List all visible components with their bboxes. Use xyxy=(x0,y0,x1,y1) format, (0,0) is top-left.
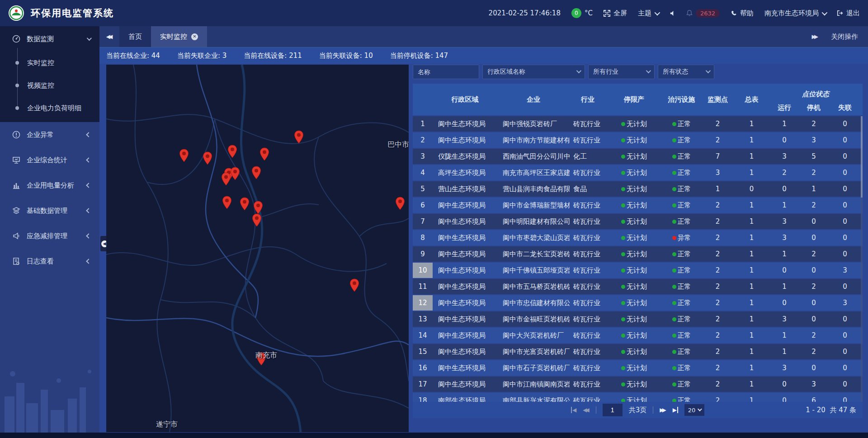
cell-down: 6 xyxy=(800,393,827,403)
cell-down: 2 xyxy=(800,198,827,213)
table-row[interactable]: 9阆中生态环境局阆中市二龙长宝页岩砖砖瓦行业无计划正常21120 xyxy=(413,246,863,262)
cell-monitor: 2 xyxy=(701,198,735,213)
page-size-select[interactable]: 20 xyxy=(684,404,704,416)
table-row[interactable]: 6阆中生态环境局阆中市金博瑞新型墙材砖瓦行业无计划正常21120 xyxy=(413,198,863,213)
table-row[interactable]: 8阆中生态环境局阆中市枣碧大梁山页岩砖瓦行业无计划异常21300 xyxy=(413,230,863,245)
help-button[interactable]: 帮助 xyxy=(731,9,754,18)
map-pin-icon[interactable] xyxy=(222,196,232,209)
cell-meter: 1 xyxy=(735,246,769,262)
tabs-scroll-left-button[interactable]: ◀◀ xyxy=(99,26,119,47)
page-number-input[interactable] xyxy=(603,404,623,416)
next-page-button[interactable]: ▶▶ xyxy=(660,407,666,413)
sidebar-item-2[interactable]: 企业异常 xyxy=(0,122,99,147)
status-text: 无计划 xyxy=(627,185,647,193)
col-header-monitor: 监测点 xyxy=(701,84,735,115)
table-row[interactable]: 16阆中生态环境局阆中市石子页岩机砖厂砖瓦行业无计划正常21300 xyxy=(413,360,863,376)
map-pin-icon[interactable] xyxy=(179,149,189,162)
sidebar-item-4[interactable]: 企业用电量分析 xyxy=(0,173,99,198)
cell-industry: 砖瓦行业 xyxy=(570,263,606,278)
table-row[interactable]: 10阆中生态环境局阆中千佛镇五郎垭页岩砖瓦行业无计划正常21003 xyxy=(413,263,863,278)
status-dot-icon xyxy=(672,236,676,240)
table-row[interactable]: 3仪陇生态环境局西南油气田分公司川中化工无计划正常71350 xyxy=(413,149,863,164)
sidebar-subitem[interactable]: 企业电力负荷明细 xyxy=(0,97,99,119)
theme-dropdown[interactable]: 主题 xyxy=(638,9,659,18)
cell-region: 营山生态环境局 xyxy=(433,181,497,197)
cell-down: 2 xyxy=(800,344,827,359)
sidebar-item-5[interactable]: 基础数据管理 xyxy=(0,198,99,223)
sidebar-item-label: 企业综合统计 xyxy=(27,156,67,165)
status-dot-icon xyxy=(672,317,676,321)
table-row[interactable]: 18南部生态环境局南部县新兴水泥有限公砖瓦行业无计划正常21060 xyxy=(413,393,863,403)
map-pin-icon[interactable] xyxy=(294,130,304,144)
map-pin-icon[interactable] xyxy=(230,167,240,180)
stat-value: 211 xyxy=(289,52,302,60)
tabs-scroll-right-button[interactable]: ▶▶ xyxy=(812,33,818,40)
table-row[interactable]: 17阆中生态环境局阆中市江南镇阆南页岩砖瓦行业无计划正常21030 xyxy=(413,377,863,392)
org-dropdown[interactable]: 南充市生态环境局 xyxy=(764,9,826,18)
table-row[interactable]: 2阆中生态环境局阆中市南方节能建材有砖瓦行业无计划正常21030 xyxy=(413,132,863,148)
map-pin-icon[interactable] xyxy=(251,166,261,179)
map-pin-icon[interactable] xyxy=(253,201,263,214)
chevron-left-icon xyxy=(86,132,91,137)
region-filter-select[interactable]: 行政区域名称 xyxy=(482,65,585,79)
status-filter-select[interactable]: 所有状态 xyxy=(658,65,714,79)
sidebar-subitem[interactable]: 视频监控 xyxy=(0,74,99,97)
bullet-icon xyxy=(15,61,19,65)
sidebar-item-6[interactable]: 应急减排管理 xyxy=(0,223,99,249)
map-pin-icon[interactable] xyxy=(227,145,237,158)
cell-stop: 无计划 xyxy=(606,165,662,180)
close-operations-button[interactable]: 关闭操作 xyxy=(831,33,858,41)
stat-label: 当前在线设备 xyxy=(244,52,284,60)
map-pin-icon[interactable] xyxy=(252,213,262,227)
cell-run: 0 xyxy=(769,393,800,403)
notifications[interactable]: 2632 xyxy=(686,9,720,18)
tab-首页[interactable]: 首页 xyxy=(119,26,151,47)
cell-run: 3 xyxy=(769,311,800,327)
table-row[interactable]: 7阆中生态环境局阆中明阳建材有限公司砖瓦行业无计划正常21300 xyxy=(413,214,863,229)
cell-company: 阆中市五马桥页岩机砖 xyxy=(497,279,570,294)
map-pin-icon[interactable] xyxy=(259,147,269,161)
first-page-button[interactable]: ◀ xyxy=(571,407,576,413)
sidebar-item-7[interactable]: 日志查看 xyxy=(0,249,99,274)
sidebar-subitem-label: 实时监控 xyxy=(27,59,54,67)
table-row[interactable]: 11阆中生态环境局阆中市五马桥页岩机砖砖瓦行业无计划正常21120 xyxy=(413,279,863,294)
cell-region: 南部生态环境局 xyxy=(433,393,497,403)
sidebar-subitem[interactable]: 实时监控 xyxy=(0,52,99,74)
table-row[interactable]: 12阆中生态环境局阆中市忠信建材有限公砖瓦行业无计划正常21003 xyxy=(413,295,863,311)
table-scrollbar[interactable] xyxy=(861,116,863,403)
sidebar-item-1[interactable]: 数据监测 xyxy=(0,26,99,52)
map-city-label: 巴中市 xyxy=(387,140,409,150)
status-dot-icon xyxy=(621,366,625,370)
table-row[interactable]: 14阆中生态环境局阆中大兴页岩机砖厂砖瓦行业无计划正常21120 xyxy=(413,328,863,343)
table-row[interactable]: 13阆中生态环境局阆中市金福旺页岩机砖砖瓦行业无计划正常21300 xyxy=(413,311,863,327)
last-page-button[interactable]: ▶ xyxy=(673,407,678,413)
status-text: 正常 xyxy=(678,299,691,307)
logout-button[interactable]: 退出 xyxy=(837,9,860,18)
map-pin-icon[interactable] xyxy=(240,197,250,211)
map-pin-icon[interactable] xyxy=(203,151,212,165)
cell-monitor: 2 xyxy=(701,246,735,262)
cell-company: 营山县润丰肉食品有限 xyxy=(497,181,570,197)
table-row[interactable]: 5营山生态环境局营山县润丰肉食品有限食品无计划正常10010 xyxy=(413,181,863,197)
map[interactable]: 巴中市南充市遂宁市 xyxy=(106,65,409,432)
map-pin-icon[interactable] xyxy=(349,278,359,292)
cell-facility: 正常 xyxy=(662,181,701,197)
mute-button[interactable] xyxy=(670,10,675,16)
fullscreen-button[interactable]: 全屏 xyxy=(604,9,627,18)
cell-industry: 砖瓦行业 xyxy=(570,230,606,245)
tab-close-icon[interactable]: ✕ xyxy=(191,33,198,40)
sidebar-subitem-label: 企业电力负荷明细 xyxy=(27,104,81,113)
table-row[interactable]: 1阆中生态环境局阆中强锐页岩砖厂砖瓦行业无计划正常21120 xyxy=(413,116,863,132)
cell-run: 1 xyxy=(769,344,800,359)
industry-filter-select[interactable]: 所有行业 xyxy=(588,65,655,79)
sidebar-item-3[interactable]: 企业综合统计 xyxy=(0,147,99,173)
status-text: 无计划 xyxy=(627,266,647,275)
status-text: 正常 xyxy=(678,364,691,372)
name-filter-input[interactable] xyxy=(413,65,479,79)
tab-实时监控[interactable]: 实时监控✕ xyxy=(151,26,207,47)
map-pin-icon[interactable] xyxy=(221,172,231,186)
table-row[interactable]: 15阆中生态环境局阆中市光富页岩机砖厂砖瓦行业无计划正常21120 xyxy=(413,344,863,359)
map-pin-icon[interactable] xyxy=(395,197,405,210)
prev-page-button[interactable]: ◀◀ xyxy=(583,407,589,413)
table-row[interactable]: 4高坪生态环境局南充市高坪区王家店建砖瓦行业无计划正常31220 xyxy=(413,165,863,180)
